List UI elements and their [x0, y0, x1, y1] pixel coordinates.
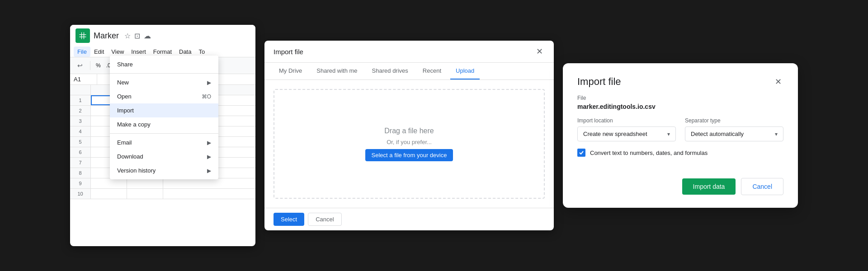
row-num-8: 8 [70, 168, 91, 178]
import-location-select[interactable]: Create new spreadsheet ▾ [577, 126, 676, 141]
import-location-chevron: ▾ [667, 131, 670, 137]
tab-shared-drives-label: Shared drives [372, 67, 408, 74]
toolbar-separator [90, 61, 90, 70]
import-dialog-title: Import file [274, 48, 303, 56]
settings-file-label: File [577, 95, 783, 101]
sheets-app-icon [75, 28, 90, 43]
menu-item-new-label: New [117, 79, 129, 86]
tab-recent-label: Recent [423, 67, 441, 74]
menu-item-email-arrow: ▶ [207, 140, 211, 146]
menu-item-download-arrow: ▶ [207, 154, 211, 160]
star-icon[interactable]: ☆ [124, 32, 131, 40]
cell-b10[interactable] [91, 189, 127, 199]
menu-item-open-label: Open [117, 93, 132, 100]
separator-type-value: Detect automatically [691, 131, 744, 137]
settings-filename: marker.editingtools.io.csv [577, 103, 783, 110]
import-file-dialog: Import file ✕ My Drive Shared with me Sh… [264, 41, 554, 230]
tab-shared-drives[interactable]: Shared drives [367, 63, 414, 79]
convert-text-label: Convert text to numbers, dates, and form… [590, 150, 708, 156]
settings-cancel-button[interactable]: Cancel [741, 178, 783, 195]
row-num-3: 3 [70, 116, 91, 126]
menu-divider-1 [110, 73, 218, 74]
menu-item-new[interactable]: New ▶ [110, 75, 218, 89]
menu-item-email-label: Email [117, 139, 132, 146]
row-num-10: 10 [70, 189, 91, 199]
cell-reference[interactable]: A1 [70, 74, 97, 84]
convert-text-checkbox[interactable] [577, 149, 585, 157]
menu-item-import[interactable]: Import [110, 103, 218, 117]
grid-corner [70, 85, 91, 95]
import-select-button[interactable]: Select [274, 213, 304, 226]
row-num-5: 5 [70, 137, 91, 147]
menu-item-version-history-label: Version history [117, 167, 156, 174]
import-location-label: Import location [577, 117, 676, 124]
drag-text: Drag a file here [384, 127, 434, 135]
row-num-6: 6 [70, 147, 91, 157]
tab-upload-label: Upload [456, 67, 474, 74]
svg-rect-0 [80, 33, 86, 39]
settings-file-section: File marker.editingtools.io.csv [577, 95, 783, 110]
menu-item-download[interactable]: Download ▶ [110, 150, 218, 164]
cloud-icon[interactable]: ☁ [144, 32, 151, 40]
menu-item-share[interactable]: Share [110, 57, 218, 71]
menu-item-share-label: Share [117, 61, 133, 68]
import-dialog-close-button[interactable]: ✕ [534, 46, 545, 57]
sheets-title: Marker [94, 31, 119, 41]
select-file-button[interactable]: Select a file from your device [365, 149, 453, 161]
sheets-icon-svg [78, 31, 87, 40]
menu-item-import-label: Import [117, 107, 134, 114]
tab-recent[interactable]: Recent [417, 63, 447, 79]
tab-my-drive[interactable]: My Drive [274, 63, 307, 79]
import-drop-zone[interactable]: Drag a file here Or, if you prefer... Se… [274, 89, 545, 199]
folder-icon[interactable]: ⊡ [134, 32, 140, 40]
sheets-panel: Marker ☆ ⊡ ☁ File Edit View Insert Forma… [70, 25, 255, 246]
menu-item-download-label: Download [117, 153, 143, 160]
import-cancel-button[interactable]: Cancel [308, 213, 341, 226]
row-num-7: 7 [70, 158, 91, 168]
checkmark-icon [579, 150, 584, 155]
import-settings-dialog: Import file ✕ File marker.editingtools.i… [563, 63, 798, 208]
menu-edit[interactable]: Edit [90, 47, 108, 57]
grid-row-10: 10 [70, 189, 255, 199]
menu-item-version-history-arrow: ▶ [207, 168, 211, 174]
menu-divider-2 [110, 133, 218, 134]
tab-my-drive-label: My Drive [279, 67, 302, 74]
settings-actions: Import data Cancel [577, 178, 783, 195]
undo-button[interactable]: ↩ [74, 59, 86, 72]
convert-text-row: Convert text to numbers, dates, and form… [577, 149, 783, 157]
sheets-titlebar: Marker ☆ ⊡ ☁ [70, 25, 255, 47]
menu-file[interactable]: File [74, 47, 90, 57]
import-data-button[interactable]: Import data [682, 178, 736, 195]
tab-shared-with-me[interactable]: Shared with me [311, 63, 363, 79]
import-dialog-tabs: My Drive Shared with me Shared drives Re… [264, 63, 554, 80]
sheets-title-icons: ☆ ⊡ ☁ [124, 32, 151, 40]
file-dropdown-menu: Share New ▶ Open ⌘O Import Make a copy E… [110, 56, 218, 179]
row-num-9: 9 [70, 178, 91, 188]
separator-type-chevron: ▾ [775, 131, 778, 137]
settings-close-button[interactable]: ✕ [773, 76, 783, 87]
import-dialog-footer: Select Cancel [264, 208, 554, 230]
grid-row-9: 9 [70, 178, 255, 189]
menu-item-email[interactable]: Email ▶ [110, 136, 218, 150]
row-num-1: 1 [70, 95, 91, 105]
import-location-col: Import location Create new spreadsheet ▾ [577, 117, 676, 141]
menu-item-make-copy[interactable]: Make a copy [110, 117, 218, 131]
menu-item-make-copy-label: Make a copy [117, 121, 151, 128]
cell-c10[interactable] [127, 189, 163, 199]
cell-b9[interactable] [91, 178, 127, 188]
separator-type-select[interactable]: Detect automatically ▾ [685, 126, 783, 141]
or-text: Or, if you prefer... [387, 139, 432, 145]
separator-type-col: Separator type Detect automatically ▾ [685, 117, 783, 141]
menu-item-open[interactable]: Open ⌘O [110, 89, 218, 103]
percent-format[interactable]: % [94, 62, 103, 69]
separator-type-label: Separator type [685, 117, 783, 124]
menu-item-version-history[interactable]: Version history ▶ [110, 164, 218, 178]
tab-upload[interactable]: Upload [450, 63, 480, 79]
tab-shared-with-me-label: Shared with me [316, 67, 357, 74]
row-num-2: 2 [70, 106, 91, 116]
row-num-4: 4 [70, 126, 91, 136]
import-location-value: Create new spreadsheet [583, 131, 647, 137]
cell-c9[interactable] [127, 178, 163, 188]
menu-item-new-arrow: ▶ [207, 79, 211, 86]
import-dialog-header: Import file ✕ [264, 41, 554, 63]
